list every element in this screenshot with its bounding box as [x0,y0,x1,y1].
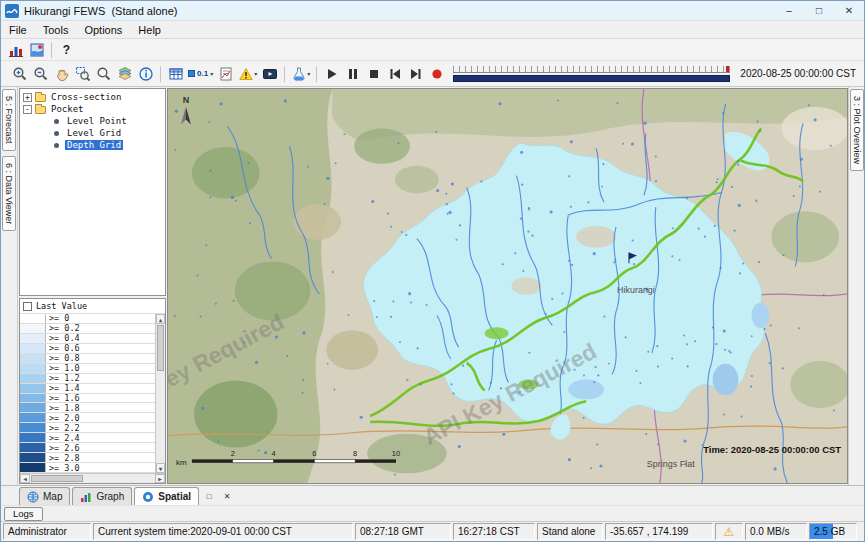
grid-class-value: 0.1 [197,69,208,78]
longitudinal-profile-button[interactable] [215,63,236,84]
help-icon: ? [63,43,70,57]
legend-threshold-label: >= 0.6 [46,344,155,353]
scrollbar-thumb[interactable] [157,325,164,371]
tree-item-level-grid[interactable]: Level Grid [20,127,165,139]
grid-class-color-icon [188,70,195,77]
tab-graph[interactable]: Graph [72,487,132,505]
menubar: File Tools Options Help [1,21,864,39]
info-button[interactable] [135,63,156,84]
tab-map[interactable]: Map [19,487,70,505]
legend-horizontal-scrollbar[interactable]: ◀ ▶ [20,473,165,483]
tree-item-label: Level Grid [65,128,123,138]
logs-row: Logs [1,505,864,521]
bar-chart-icon [80,491,92,503]
window-title: Hikurangi FEWS (Stand alone) [24,5,774,17]
help-button[interactable]: ? [56,39,77,60]
zoom-in-button[interactable] [9,63,30,84]
status-warning[interactable]: ⚠ [715,523,743,540]
panel-close-button[interactable]: ✕ [220,489,234,503]
status-local-time: 16:27:18 CST [453,523,535,540]
scroll-up-icon[interactable]: ▲ [156,314,165,324]
stop-icon [366,66,382,82]
tab-plot-overview[interactable]: 3 : Plot Overview [850,89,864,171]
layers-button[interactable] [114,63,135,84]
tab-graph-label: Graph [96,491,124,502]
maximize-button[interactable]: □ [804,1,834,20]
play-button[interactable] [321,63,342,84]
tree-item-pocket[interactable]: -Pocket [20,103,165,115]
pan-button[interactable] [51,63,72,84]
skip-to-start-button[interactable] [384,63,405,84]
skip-to-end-button[interactable] [405,63,426,84]
tree-item-level-point[interactable]: Level Point [20,115,165,127]
tab-spatial[interactable]: Spatial [134,487,199,505]
tree-expander-icon[interactable]: - [23,105,32,114]
node-dot-icon [54,143,59,148]
app-window: Hikurangi FEWS (Stand alone) – □ ✕ File … [0,0,865,542]
warnings-dropdown[interactable]: ▾ [236,63,259,84]
status-memory: 2.5 GB [809,523,857,540]
status-warning-icon: ⚠ [724,525,735,539]
grid-classification-dropdown[interactable]: 0.1 ▾ [186,63,215,84]
map-view[interactable]: API Key Required API Key Required Hikura… [167,88,848,484]
node-dot-icon [54,119,59,124]
legend-panel: Last Value >= 0>= 0.2>= 0.4>= 0.6>= 0.8>… [19,298,166,484]
zoom-out-button[interactable] [30,63,51,84]
legend-color-swatch [20,394,46,403]
timeline-bar[interactable] [453,75,730,82]
map-time-label: Time: 2020-08-25 00:00:00 CST [703,444,841,455]
legend-color-swatch [20,374,46,383]
tree-expander-icon[interactable]: + [23,93,32,102]
legend-rows: >= 0>= 0.2>= 0.4>= 0.6>= 0.8>= 1.0>= 1.2… [20,314,155,473]
zoom-extent-button[interactable] [93,63,114,84]
menu-file[interactable]: File [1,21,35,38]
scrollbar-track[interactable] [84,474,155,483]
record-button[interactable] [426,63,447,84]
scroll-right-icon[interactable]: ▶ [155,474,165,483]
timeline-slider[interactable] [453,64,730,84]
scrollbar-track[interactable] [156,372,165,463]
flask-icon [291,66,307,82]
legend-color-swatch [20,423,46,432]
legend-row: >= 1.8 [20,403,155,413]
svg-text:6: 6 [312,449,316,458]
time-series-icon [8,42,24,58]
map-display-button[interactable] [26,39,47,60]
legend-title: Last Value [36,301,87,311]
tree-item-depth-grid[interactable]: Depth Grid [20,139,165,151]
legend-vertical-scrollbar[interactable]: ▲ ▼ [155,314,165,473]
status-system-time: Current system time:2020-09-01 00:00 CST [93,523,353,540]
tree-item-label: Cross-section [49,92,123,102]
info-icon [138,66,154,82]
scroll-left-icon[interactable]: ◀ [20,474,30,483]
menu-options[interactable]: Options [76,21,130,38]
zoom-box-button[interactable] [72,63,93,84]
town-label: Springs Flat [647,459,695,469]
animation-icon [262,66,278,82]
last-value-checkbox[interactable] [23,302,32,311]
pan-hand-icon [54,66,70,82]
minimize-button[interactable]: – [774,1,804,20]
close-button[interactable]: ✕ [834,1,864,20]
menu-help[interactable]: Help [130,21,169,38]
layers-icon [117,66,133,82]
stop-button[interactable] [363,63,384,84]
legend-row: >= 0.6 [20,344,155,354]
logs-button[interactable]: Logs [4,507,43,521]
tab-data-viewer[interactable]: 6 : Data Viewer [2,156,16,231]
legend-threshold-label: >= 0.2 [46,324,155,333]
titlebar: Hikurangi FEWS (Stand alone) – □ ✕ [1,1,864,21]
grid-display-button[interactable] [165,63,186,84]
legend-color-swatch [20,314,46,323]
menu-tools[interactable]: Tools [35,21,77,38]
scrollbar-thumb[interactable] [31,475,83,482]
svg-text:8: 8 [353,449,357,458]
scroll-down-icon[interactable]: ▼ [156,463,165,473]
pause-button[interactable] [342,63,363,84]
scenario-dropdown[interactable]: ▾ [289,63,312,84]
time-series-display-button[interactable] [5,39,26,60]
animation-display-button[interactable] [259,63,280,84]
panel-maximize-button[interactable]: □ [202,489,216,503]
tab-forecast[interactable]: 5 : Forecast [2,89,16,151]
tree-item-cross-section[interactable]: +Cross-section [20,91,165,103]
